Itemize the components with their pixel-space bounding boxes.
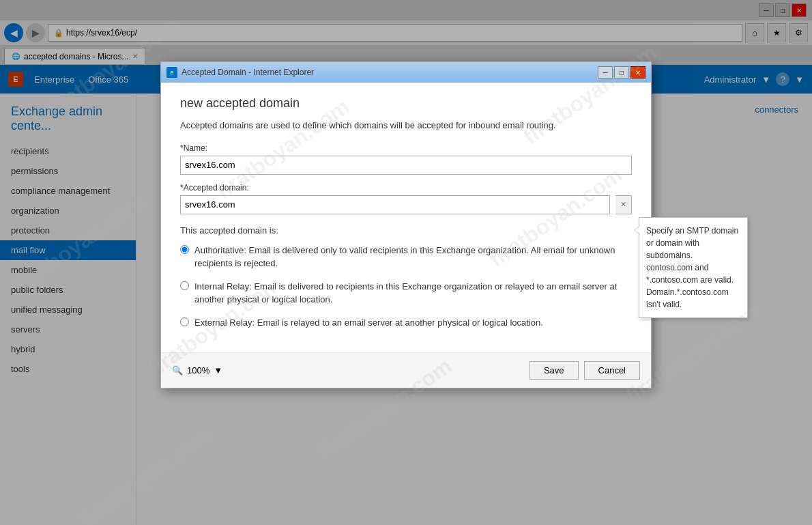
dialog-heading: new accepted domain: [180, 96, 632, 111]
authoritative-label[interactable]: Authoritative: Email is delivered only t…: [194, 244, 632, 270]
footer-left: 🔍 100% ▼: [172, 365, 524, 375]
name-input[interactable]: [180, 156, 632, 175]
dialog-restore-btn[interactable]: □: [614, 66, 629, 79]
domain-type-label: This accepted domain is:: [180, 225, 632, 236]
dialog-description: Accepted domains are used to define whic…: [180, 119, 632, 132]
name-label: *Name:: [180, 143, 632, 153]
dialog-close-btn[interactable]: ✕: [630, 66, 646, 79]
zoom-level: 100%: [187, 365, 209, 375]
dialog-minimize-btn[interactable]: ─: [598, 66, 613, 79]
domain-type-group: This accepted domain is: Authoritative: …: [180, 225, 632, 330]
tooltip-arrow: [634, 226, 639, 234]
authoritative-radio[interactable]: [180, 245, 189, 254]
dialog-title: Accepted Domain - Internet Explorer: [182, 68, 594, 77]
domain-label: *Accepted domain:: [180, 183, 632, 193]
clear-domain-btn[interactable]: ✕: [615, 195, 632, 214]
domain-tooltip: Specify an SMTP domain or domain with su…: [639, 217, 748, 318]
radio-internal-relay: Internal Relay: Email is delivered to re…: [180, 280, 632, 307]
dialog-footer: 🔍 100% ▼ Save Cancel: [161, 352, 651, 388]
tooltip-arrow-inner: [635, 227, 639, 233]
radio-external-relay: External Relay: Email is relayed to an e…: [180, 316, 632, 330]
zoom-chevron: ▼: [214, 365, 222, 375]
save-button[interactable]: Save: [530, 361, 579, 380]
external-relay-label[interactable]: External Relay: Email is relayed to an e…: [194, 316, 543, 330]
dialog-body: new accepted domain Accepted domains are…: [161, 83, 651, 352]
internal-relay-label[interactable]: Internal Relay: Email is delivered to re…: [194, 280, 632, 307]
dialog-controls: ─ □ ✕: [598, 66, 646, 79]
modal-overlay: e Accepted Domain - Internet Explorer ─ …: [0, 0, 812, 525]
cancel-button[interactable]: Cancel: [584, 361, 640, 380]
radio-authoritative: Authoritative: Email is delivered only t…: [180, 244, 632, 270]
zoom-icon: 🔍: [172, 365, 183, 375]
internal-relay-radio[interactable]: [180, 281, 189, 290]
domain-input[interactable]: [180, 195, 610, 214]
accepted-domain-dialog: e Accepted Domain - Internet Explorer ─ …: [160, 61, 652, 388]
external-relay-radio[interactable]: [180, 317, 189, 326]
tooltip-text: Specify an SMTP domain or domain with su…: [646, 226, 738, 309]
dialog-favicon: e: [166, 67, 177, 78]
dialog-titlebar: e Accepted Domain - Internet Explorer ─ …: [161, 62, 651, 83]
